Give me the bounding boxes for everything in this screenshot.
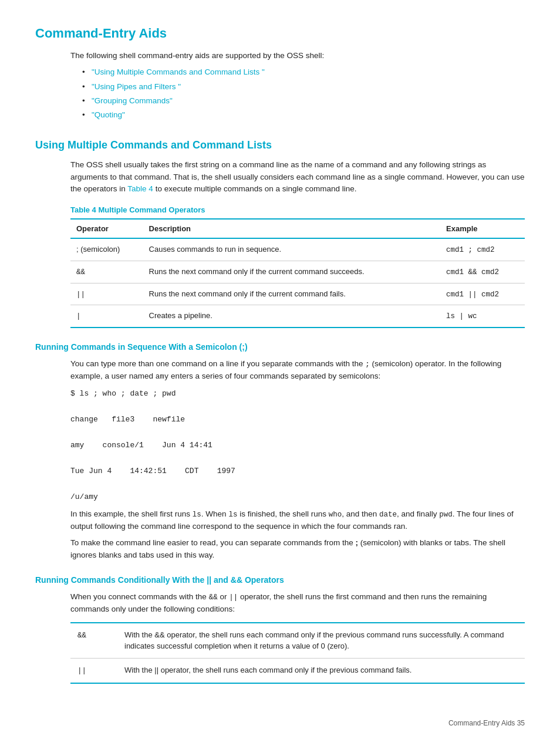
op-or: || xyxy=(70,283,143,305)
section1-title: Using Multiple Commands and Command List… xyxy=(35,137,525,153)
intro-link-2[interactable]: "Using Pipes and Filters " xyxy=(82,81,525,93)
op-and: && xyxy=(70,261,143,283)
table-row: && With the && operator, the shell runs … xyxy=(70,623,525,659)
section2-body1: You can type more than one command on a … xyxy=(70,358,525,383)
table-row: && Runs the next command only if the cur… xyxy=(70,261,525,283)
ex-pipe: ls | wc xyxy=(440,305,525,328)
table-header-row: Operator Description Example xyxy=(70,219,525,239)
op-pipe: | xyxy=(70,305,143,328)
code-block-semicolon: $ ls ; who ; date ; pwd change file3 new… xyxy=(70,387,525,504)
op-semicolon: ; (semicolon) xyxy=(70,238,143,261)
page-footer: Command-Entry Aids 35 xyxy=(448,718,525,728)
cond-op-and: && xyxy=(70,623,117,659)
page-title: Command-Entry Aids xyxy=(35,23,525,43)
intro-text: The following shell command-entry aids a… xyxy=(70,50,525,62)
table-row: || With the || operator, the shell runs … xyxy=(70,658,525,683)
section2-body3: To make the command line easier to read,… xyxy=(70,537,525,561)
ex-and: cmd1 && cmd2 xyxy=(440,261,525,283)
desc-and: Runs the next command only if the curren… xyxy=(143,261,440,283)
table-caption: Table 4 Multiple Command Operators xyxy=(70,204,525,216)
section2-body2: In this example, the shell first runs ls… xyxy=(70,508,525,532)
operators-table: Operator Description Example ; (semicolo… xyxy=(70,218,525,329)
section2-title: Running Commands in Sequence With a Semi… xyxy=(35,341,525,353)
desc-semicolon: Causes commands to run in sequence. xyxy=(143,238,440,261)
table4-ref[interactable]: Table 4 xyxy=(127,184,153,193)
intro-link-4[interactable]: "Quoting" xyxy=(82,109,525,121)
ex-or: cmd1 || cmd2 xyxy=(440,283,525,305)
desc-pipe: Creates a pipeline. xyxy=(143,305,440,328)
table-row: || Runs the next command only if the cur… xyxy=(70,283,525,305)
cond-desc-or: With the || operator, the shell runs eac… xyxy=(117,658,525,683)
table-row: ; (semicolon) Causes commands to run in … xyxy=(70,238,525,261)
intro-link-1[interactable]: "Using Multiple Commands and Command Lis… xyxy=(82,66,525,78)
section1-body: The OSS shell usually takes the first st… xyxy=(70,159,525,195)
col-example: Example xyxy=(440,219,525,239)
section3-body: When you connect commands with the && or… xyxy=(70,591,525,615)
ex-semicolon: cmd1 ; cmd2 xyxy=(440,238,525,261)
col-operator: Operator xyxy=(70,219,143,239)
table-row: | Creates a pipeline. ls | wc xyxy=(70,305,525,328)
col-description: Description xyxy=(143,219,440,239)
section3-title: Running Commands Conditionally With the … xyxy=(35,574,525,586)
cond-op-or: || xyxy=(70,658,117,683)
intro-link-3[interactable]: "Grouping Commands" xyxy=(82,95,525,107)
cond-desc-and: With the && operator, the shell runs eac… xyxy=(117,623,525,659)
desc-or: Runs the next command only if the curren… xyxy=(143,283,440,305)
intro-links: "Using Multiple Commands and Command Lis… xyxy=(82,66,525,121)
conditional-operators-table: && With the && operator, the shell runs … xyxy=(70,622,525,684)
